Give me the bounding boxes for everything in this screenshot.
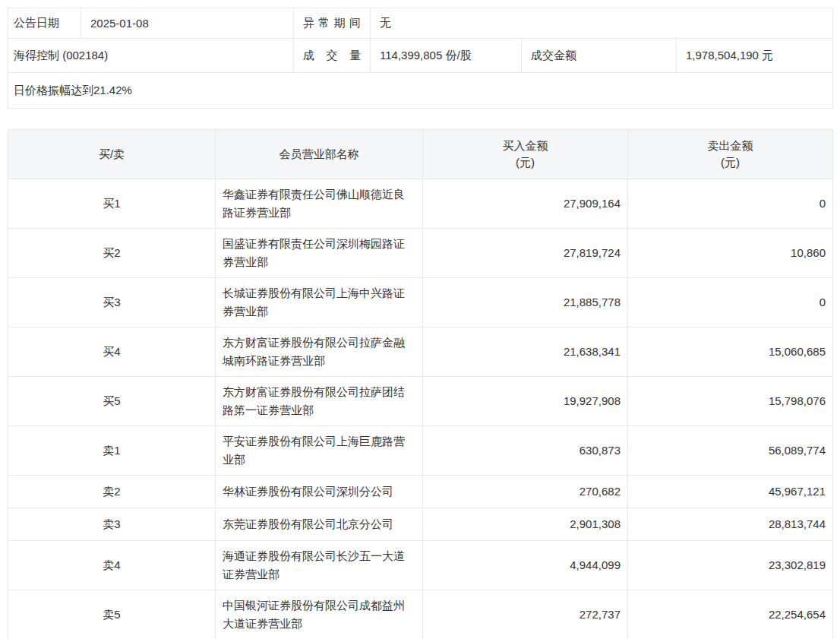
- table-row: 买5 东方财富证券股份有限公司拉萨团结路第一证券营业部 19,927,908 1…: [8, 377, 833, 426]
- sell-amount-cell: 56,089,774: [628, 426, 833, 476]
- sell-amount-cell: 45,967,121: [628, 476, 833, 508]
- announcement-date-value: 2025-01-08: [81, 8, 294, 39]
- buy-amount-cell: 27,909,164: [423, 179, 628, 229]
- abnormal-period-value-text: 无: [380, 16, 391, 30]
- sell-amount-cell: 0: [628, 179, 833, 229]
- listing-reason-note-text: 日价格振幅达到21.42%: [14, 84, 132, 98]
- side-cell: 买5: [8, 377, 216, 426]
- table-row: 卖5 中国银河证券股份有限公司成都益州大道证券营业部 272,737 22,25…: [8, 590, 833, 639]
- side-cell: 买2: [8, 229, 216, 278]
- column-header-sell-amount: 卖出金额 (元): [628, 130, 833, 179]
- sell-amount-cell: 10,860: [628, 229, 833, 278]
- table-row: 卖4 海通证券股份有限公司长沙五一大道证券营业部 4,944,099 23,30…: [8, 541, 833, 590]
- sell-amount-cell: 15,798,076: [628, 377, 833, 426]
- sell-amount-cell: 15,060,685: [628, 327, 833, 377]
- broker-cell: 华鑫证券有限责任公司佛山顺德近良路证券营业部: [216, 179, 423, 229]
- buy-amount-cell: 4,944,099: [423, 541, 628, 590]
- buy-amount-cell: 272,737: [423, 590, 628, 639]
- side-cell: 买1: [8, 179, 216, 229]
- broker-cell: 东方财富证券股份有限公司拉萨金融城南环路证券营业部: [216, 327, 423, 377]
- broker-cell: 东莞证券股份有限公司北京分公司: [216, 508, 423, 541]
- abnormal-period-label-text: 异常期间: [303, 16, 361, 30]
- table-row: 买4 东方财富证券股份有限公司拉萨金融城南环路证券营业部 21,638,341 …: [8, 327, 833, 377]
- buy-amount-cell: 27,819,724: [423, 229, 628, 278]
- side-cell: 卖4: [8, 541, 216, 590]
- table-row: 买2 国盛证券有限责任公司深圳梅园路证券营业部 27,819,724 10,86…: [8, 229, 833, 278]
- buy-amount-cell: 2,901,308: [423, 508, 628, 541]
- turnover-value-text: 1,978,504,190 元: [686, 49, 773, 63]
- stock-name: 海得控制 (002184): [8, 39, 294, 73]
- volume-label-text: 成交量: [303, 49, 361, 63]
- table-body: 买1 华鑫证券有限责任公司佛山顺德近良路证券营业部 27,909,164 0 买…: [8, 179, 833, 639]
- column-header-buy-line2: (元): [429, 154, 621, 171]
- stock-name-text: 海得控制 (002184): [14, 49, 108, 63]
- announcement-date-label: 公告日期: [8, 8, 81, 39]
- side-cell: 买3: [8, 278, 216, 327]
- turnover-value: 1,978,504,190 元: [677, 39, 833, 73]
- broker-cell: 平安证券股份有限公司上海巨鹿路营业部: [216, 426, 423, 476]
- broker-cell: 国盛证券有限责任公司深圳梅园路证券营业部: [216, 229, 423, 278]
- sell-amount-cell: 0: [628, 278, 833, 327]
- column-header-broker: 会员营业部名称: [216, 130, 423, 179]
- turnover-label: 成交金额: [522, 39, 677, 73]
- table-row: 买1 华鑫证券有限责任公司佛山顺德近良路证券营业部 27,909,164 0: [8, 179, 833, 229]
- turnover-label-text: 成交金额: [531, 49, 576, 63]
- column-header-sell-line2: (元): [634, 154, 826, 171]
- broker-cell: 华林证券股份有限公司深圳分公司: [216, 476, 423, 508]
- buy-amount-cell: 21,638,341: [423, 327, 628, 377]
- side-cell: 卖1: [8, 426, 216, 476]
- table-header-row: 买/卖 会员营业部名称 买入金额 (元) 卖出金额 (元): [8, 130, 833, 179]
- volume-label: 成交量: [294, 39, 371, 73]
- column-header-side-text: 买/卖: [99, 147, 125, 160]
- stock-info-panel: 公告日期 2025-01-08 异常期间 无 海得控制 (002184) 成交量…: [8, 8, 832, 109]
- broker-seats-table: 买/卖 会员营业部名称 买入金额 (元) 卖出金额 (元) 买1 华鑫证券有限责…: [8, 129, 833, 639]
- buy-amount-cell: 630,873: [423, 426, 628, 476]
- column-header-buy-line1: 买入金额: [429, 138, 621, 154]
- table-row: 卖2 华林证券股份有限公司深圳分公司 270,682 45,967,121: [8, 476, 833, 508]
- broker-cell: 海通证券股份有限公司长沙五一大道证券营业部: [216, 541, 423, 590]
- sell-amount-cell: 28,813,744: [628, 508, 833, 541]
- volume-value-text: 114,399,805 份/股: [380, 49, 472, 63]
- column-header-sell-line1: 卖出金额: [634, 138, 826, 154]
- abnormal-period-label: 异常期间: [294, 8, 371, 39]
- table-row: 卖3 东莞证券股份有限公司北京分公司 2,901,308 28,813,744: [8, 508, 833, 541]
- side-cell: 买4: [8, 327, 216, 377]
- broker-cell: 东方财富证券股份有限公司拉萨团结路第一证券营业部: [216, 377, 423, 426]
- abnormal-period-value: 无: [371, 8, 833, 39]
- buy-amount-cell: 19,927,908: [423, 377, 628, 426]
- side-cell: 卖2: [8, 476, 216, 508]
- broker-cell: 中国银河证券股份有限公司成都益州大道证券营业部: [216, 590, 423, 639]
- table-row: 买3 长城证券股份有限公司上海中兴路证券营业部 21,885,778 0: [8, 278, 833, 327]
- column-header-buy-amount: 买入金额 (元): [423, 130, 628, 179]
- side-cell: 卖3: [8, 508, 216, 541]
- listing-reason-note: 日价格振幅达到21.42%: [8, 73, 833, 109]
- sell-amount-cell: 23,302,819: [628, 541, 833, 590]
- announcement-date-label-text: 公告日期: [14, 16, 59, 30]
- broker-cell: 长城证券股份有限公司上海中兴路证券营业部: [216, 278, 423, 327]
- column-header-broker-text: 会员营业部名称: [279, 147, 359, 160]
- sell-amount-cell: 22,254,654: [628, 590, 833, 639]
- buy-amount-cell: 21,885,778: [423, 278, 628, 327]
- announcement-date-value-text: 2025-01-08: [90, 17, 149, 30]
- table-row: 卖1 平安证券股份有限公司上海巨鹿路营业部 630,873 56,089,774: [8, 426, 833, 476]
- buy-amount-cell: 270,682: [423, 476, 628, 508]
- column-header-side: 买/卖: [8, 130, 216, 179]
- volume-value: 114,399,805 份/股: [371, 39, 522, 73]
- side-cell: 卖5: [8, 590, 216, 639]
- table-header: 买/卖 会员营业部名称 买入金额 (元) 卖出金额 (元): [8, 130, 833, 179]
